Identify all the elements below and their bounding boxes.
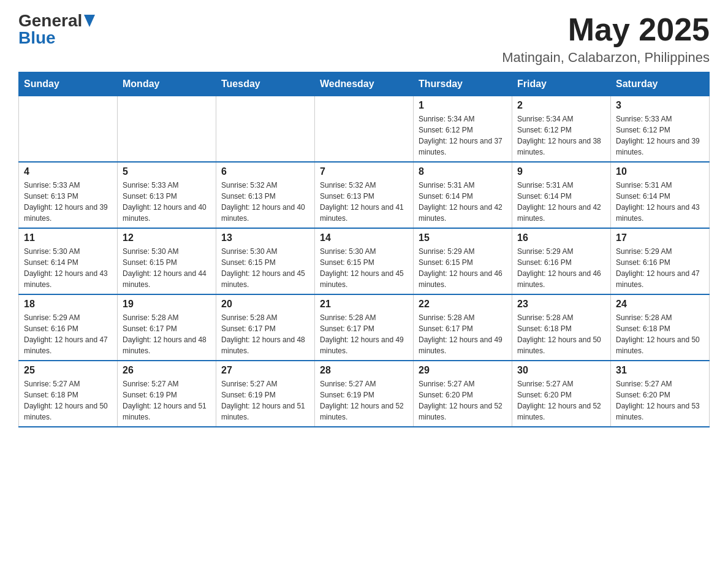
day-number: 15	[419, 232, 507, 243]
day-number: 1	[419, 100, 507, 111]
day-info: Sunrise: 5:32 AM Sunset: 6:13 PM Dayligh…	[221, 180, 309, 224]
weekday-header-row: SundayMondayTuesdayWednesdayThursdayFrid…	[19, 72, 710, 96]
calendar-day-cell	[216, 96, 315, 163]
calendar-day-cell: 6Sunrise: 5:32 AM Sunset: 6:13 PM Daylig…	[216, 162, 315, 228]
day-number: 19	[123, 299, 211, 310]
day-info: Sunrise: 5:28 AM Sunset: 6:17 PM Dayligh…	[221, 312, 309, 356]
day-info: Sunrise: 5:30 AM Sunset: 6:14 PM Dayligh…	[24, 246, 112, 290]
calendar-week-row: 1Sunrise: 5:34 AM Sunset: 6:12 PM Daylig…	[19, 96, 710, 163]
calendar-week-row: 11Sunrise: 5:30 AM Sunset: 6:14 PM Dayli…	[19, 228, 710, 294]
calendar-day-cell: 17Sunrise: 5:29 AM Sunset: 6:16 PM Dayli…	[611, 228, 710, 294]
day-number: 6	[221, 166, 309, 177]
day-number: 2	[517, 100, 605, 111]
title-block: May 2025 Matingain, Calabarzon, Philippi…	[502, 12, 710, 66]
day-info: Sunrise: 5:28 AM Sunset: 6:18 PM Dayligh…	[517, 312, 605, 356]
day-number: 13	[221, 232, 309, 243]
day-info: Sunrise: 5:27 AM Sunset: 6:20 PM Dayligh…	[517, 378, 605, 423]
calendar-day-cell: 26Sunrise: 5:27 AM Sunset: 6:19 PM Dayli…	[118, 361, 216, 427]
day-info: Sunrise: 5:34 AM Sunset: 6:12 PM Dayligh…	[419, 113, 507, 158]
calendar-day-cell	[315, 96, 414, 163]
day-info: Sunrise: 5:27 AM Sunset: 6:20 PM Dayligh…	[616, 378, 704, 423]
calendar-day-cell: 5Sunrise: 5:33 AM Sunset: 6:13 PM Daylig…	[118, 162, 216, 228]
calendar-week-row: 18Sunrise: 5:29 AM Sunset: 6:16 PM Dayli…	[19, 294, 710, 361]
calendar-day-cell: 10Sunrise: 5:31 AM Sunset: 6:14 PM Dayli…	[611, 162, 710, 228]
day-number: 17	[616, 232, 704, 243]
weekday-header-saturday: Saturday	[611, 72, 710, 96]
weekday-header-thursday: Thursday	[414, 72, 512, 96]
calendar-day-cell: 13Sunrise: 5:30 AM Sunset: 6:15 PM Dayli…	[216, 228, 315, 294]
day-number: 21	[320, 299, 408, 310]
day-number: 23	[517, 299, 605, 310]
day-info: Sunrise: 5:27 AM Sunset: 6:19 PM Dayligh…	[320, 378, 408, 423]
day-info: Sunrise: 5:33 AM Sunset: 6:13 PM Dayligh…	[24, 180, 112, 224]
day-info: Sunrise: 5:30 AM Sunset: 6:15 PM Dayligh…	[123, 246, 211, 290]
weekday-header-sunday: Sunday	[19, 72, 118, 96]
logo-blue-text: Blue	[18, 29, 95, 47]
day-info: Sunrise: 5:31 AM Sunset: 6:14 PM Dayligh…	[419, 180, 507, 224]
day-info: Sunrise: 5:30 AM Sunset: 6:15 PM Dayligh…	[320, 246, 408, 290]
calendar-day-cell: 31Sunrise: 5:27 AM Sunset: 6:20 PM Dayli…	[611, 361, 710, 427]
day-info: Sunrise: 5:32 AM Sunset: 6:13 PM Dayligh…	[320, 180, 408, 224]
day-number: 9	[517, 166, 605, 177]
day-number: 28	[320, 365, 408, 376]
day-number: 14	[320, 232, 408, 243]
calendar-day-cell: 11Sunrise: 5:30 AM Sunset: 6:14 PM Dayli…	[19, 228, 118, 294]
day-number: 24	[616, 299, 704, 310]
day-number: 12	[123, 232, 211, 243]
day-number: 8	[419, 166, 507, 177]
svg-marker-0	[84, 15, 95, 27]
calendar-day-cell: 25Sunrise: 5:27 AM Sunset: 6:18 PM Dayli…	[19, 361, 118, 427]
day-info: Sunrise: 5:27 AM Sunset: 6:18 PM Dayligh…	[24, 378, 112, 423]
logo: General Blue	[18, 12, 95, 47]
calendar-day-cell: 15Sunrise: 5:29 AM Sunset: 6:15 PM Dayli…	[414, 228, 512, 294]
day-info: Sunrise: 5:28 AM Sunset: 6:18 PM Dayligh…	[616, 312, 704, 356]
calendar-day-cell: 9Sunrise: 5:31 AM Sunset: 6:14 PM Daylig…	[512, 162, 611, 228]
day-number: 20	[221, 299, 309, 310]
day-number: 18	[24, 299, 112, 310]
day-number: 22	[419, 299, 507, 310]
day-info: Sunrise: 5:33 AM Sunset: 6:13 PM Dayligh…	[123, 180, 211, 224]
calendar-day-cell: 3Sunrise: 5:33 AM Sunset: 6:12 PM Daylig…	[611, 96, 710, 163]
logo-triangle-icon	[84, 15, 95, 28]
calendar-day-cell: 8Sunrise: 5:31 AM Sunset: 6:14 PM Daylig…	[414, 162, 512, 228]
day-number: 3	[616, 100, 704, 111]
day-number: 10	[616, 166, 704, 177]
day-number: 30	[517, 365, 605, 376]
day-info: Sunrise: 5:28 AM Sunset: 6:17 PM Dayligh…	[123, 312, 211, 356]
weekday-header-friday: Friday	[512, 72, 611, 96]
calendar-day-cell: 4Sunrise: 5:33 AM Sunset: 6:13 PM Daylig…	[19, 162, 118, 228]
calendar-day-cell: 2Sunrise: 5:34 AM Sunset: 6:12 PM Daylig…	[512, 96, 611, 163]
calendar-table: SundayMondayTuesdayWednesdayThursdayFrid…	[18, 72, 710, 427]
day-info: Sunrise: 5:31 AM Sunset: 6:14 PM Dayligh…	[616, 180, 704, 224]
day-number: 29	[419, 365, 507, 376]
weekday-header-wednesday: Wednesday	[315, 72, 414, 96]
day-number: 7	[320, 166, 408, 177]
day-info: Sunrise: 5:34 AM Sunset: 6:12 PM Dayligh…	[517, 113, 605, 158]
day-info: Sunrise: 5:29 AM Sunset: 6:16 PM Dayligh…	[616, 246, 704, 290]
logo-general-text: General	[18, 12, 82, 29]
day-info: Sunrise: 5:29 AM Sunset: 6:16 PM Dayligh…	[517, 246, 605, 290]
day-info: Sunrise: 5:30 AM Sunset: 6:15 PM Dayligh…	[221, 246, 309, 290]
day-number: 26	[123, 365, 211, 376]
day-number: 16	[517, 232, 605, 243]
calendar-day-cell	[118, 96, 216, 163]
day-info: Sunrise: 5:28 AM Sunset: 6:17 PM Dayligh…	[419, 312, 507, 356]
calendar-day-cell: 22Sunrise: 5:28 AM Sunset: 6:17 PM Dayli…	[414, 294, 512, 361]
calendar-day-cell: 18Sunrise: 5:29 AM Sunset: 6:16 PM Dayli…	[19, 294, 118, 361]
day-info: Sunrise: 5:27 AM Sunset: 6:20 PM Dayligh…	[419, 378, 507, 423]
day-info: Sunrise: 5:29 AM Sunset: 6:16 PM Dayligh…	[24, 312, 112, 356]
calendar-week-row: 4Sunrise: 5:33 AM Sunset: 6:13 PM Daylig…	[19, 162, 710, 228]
calendar-day-cell: 12Sunrise: 5:30 AM Sunset: 6:15 PM Dayli…	[118, 228, 216, 294]
calendar-day-cell: 19Sunrise: 5:28 AM Sunset: 6:17 PM Dayli…	[118, 294, 216, 361]
day-info: Sunrise: 5:28 AM Sunset: 6:17 PM Dayligh…	[320, 312, 408, 356]
calendar-day-cell: 27Sunrise: 5:27 AM Sunset: 6:19 PM Dayli…	[216, 361, 315, 427]
calendar-day-cell	[19, 96, 118, 163]
calendar-day-cell: 20Sunrise: 5:28 AM Sunset: 6:17 PM Dayli…	[216, 294, 315, 361]
weekday-header-tuesday: Tuesday	[216, 72, 315, 96]
calendar-day-cell: 1Sunrise: 5:34 AM Sunset: 6:12 PM Daylig…	[414, 96, 512, 163]
day-info: Sunrise: 5:27 AM Sunset: 6:19 PM Dayligh…	[221, 378, 309, 423]
calendar-day-cell: 14Sunrise: 5:30 AM Sunset: 6:15 PM Dayli…	[315, 228, 414, 294]
calendar-day-cell: 21Sunrise: 5:28 AM Sunset: 6:17 PM Dayli…	[315, 294, 414, 361]
day-info: Sunrise: 5:27 AM Sunset: 6:19 PM Dayligh…	[123, 378, 211, 423]
location-subtitle: Matingain, Calabarzon, Philippines	[502, 50, 710, 66]
